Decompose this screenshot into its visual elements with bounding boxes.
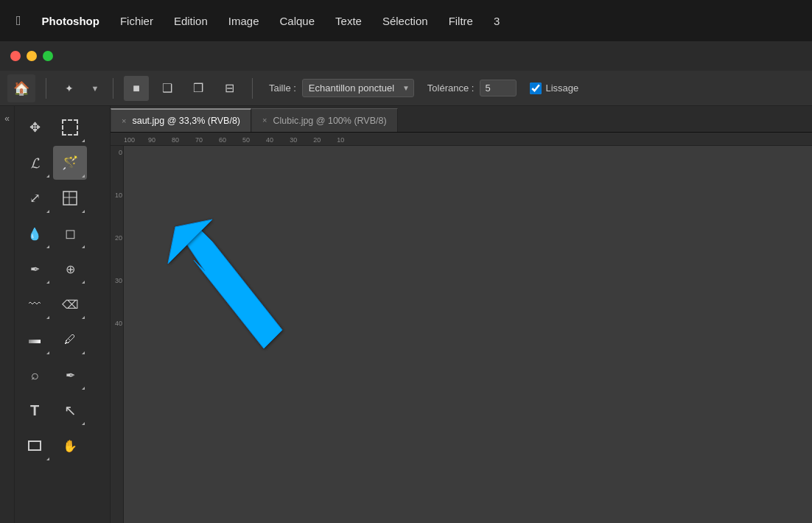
pen-tool-button[interactable]: 🖊 — [53, 323, 87, 357]
marquee-tool-button[interactable] — [53, 110, 87, 144]
pen2-icon: ✒ — [66, 368, 75, 382]
magic-wand-tool-button[interactable]: ✦ — [57, 76, 82, 101]
maximize-window-button[interactable] — [43, 51, 53, 61]
ruler-h-tick-30: 30 — [290, 136, 297, 144]
tab-saut[interactable]: × saut.jpg @ 33,3% (RVB/8) — [111, 108, 251, 132]
lasso-tool-button[interactable]: 𝓛 — [18, 146, 52, 180]
tab-clubic[interactable]: × Clubic.jpg @ 100% (RVB/8) — [251, 108, 398, 132]
lissage-checkbox[interactable] — [530, 83, 542, 94]
toolbox-inner: ✥ 𝓛 🪄 — [15, 106, 110, 467]
magic-wand-dropdown[interactable]: ▼ — [88, 76, 102, 101]
ruler-h-tick-70: 70 — [195, 136, 203, 144]
separator — [46, 78, 46, 99]
menu-image[interactable]: Image — [218, 10, 270, 32]
home-button[interactable]: 🏠 — [7, 74, 35, 102]
brush-tool-button[interactable]: ✒ — [18, 252, 52, 286]
tab-name-saut: saut.jpg @ 33,3% (RVB/8) — [132, 116, 240, 126]
separator-3 — [252, 78, 253, 99]
text-tool-button[interactable]: T — [18, 393, 52, 427]
rectangle-icon — [28, 440, 41, 451]
title-bar — [0, 41, 812, 71]
ruler-h-tick-40: 40 — [266, 136, 273, 144]
selection-add-button[interactable]: ❑ — [155, 76, 180, 101]
menu-selection[interactable]: Sélection — [372, 10, 438, 32]
ruler-v-tick-10: 10 — [115, 192, 122, 199]
slice-tool-button[interactable] — [53, 181, 87, 215]
path-select-tool-button[interactable]: ↖ — [53, 393, 87, 427]
ruler-h-tick-90: 90 — [148, 136, 155, 144]
collapse-panel-button[interactable]: « — [0, 106, 15, 523]
text-icon: T — [30, 402, 39, 419]
tab-close-saut[interactable]: × — [122, 117, 126, 125]
options-bar: 🏠 ✦ ▼ ■ ❑ ❒ ⊟ Taille : Echantillon ponct… — [0, 71, 812, 106]
zoom-tool-button[interactable]: ⌕ — [18, 358, 52, 392]
tab-name-clubic: Clubic.jpg @ 100% (RVB/8) — [273, 116, 386, 126]
selection-intersect-button[interactable]: ⊟ — [217, 76, 242, 101]
eraser-icon: ⌫ — [62, 298, 79, 312]
content-area: × saut.jpg @ 33,3% (RVB/8) × Clubic.jpg … — [111, 106, 812, 523]
apple-menu[interactable]:  — [6, 13, 32, 29]
lasso-icon: 𝓛 — [31, 155, 39, 172]
close-window-button[interactable] — [10, 51, 21, 61]
slice-icon — [62, 190, 78, 206]
tool-row-3: ⤢ — [18, 181, 107, 215]
eyedrop-icon: 💧 — [27, 227, 42, 241]
stamp-icon: ⊕ — [66, 262, 75, 276]
brush-icon: ✒ — [30, 262, 40, 276]
crop-tool-button[interactable]: ⤢ — [18, 181, 52, 215]
tab-close-clubic[interactable]: × — [262, 116, 267, 124]
crop-icon: ⤢ — [29, 190, 41, 206]
tool-row-9: T ↖ — [18, 393, 107, 427]
eyedrop-tool-button[interactable]: 💧 — [18, 217, 52, 250]
magic-wand-button[interactable]: 🪄 — [53, 146, 87, 180]
selection-new-icon: ■ — [133, 82, 140, 95]
menu-photoshop[interactable]: Photoshop — [32, 10, 110, 32]
corrector-tool-button[interactable]: ◻ — [53, 217, 87, 250]
tool-row-8: ⌕ ✒ — [18, 358, 107, 392]
svg-marker-3 — [175, 227, 282, 348]
magic-wand-icon: ✦ — [65, 83, 74, 94]
magic-wand-tool-icon: 🪄 — [62, 155, 78, 171]
ruler-h-tick-50: 50 — [242, 136, 250, 144]
menu-calque[interactable]: Calque — [270, 10, 326, 32]
rectangle-tool-button[interactable] — [18, 429, 52, 463]
tool-row-4: 💧 ◻ — [18, 217, 107, 250]
selection-subtract-button[interactable]: ❒ — [186, 76, 211, 101]
collapse-icon: « — [4, 113, 10, 124]
menu-filtre[interactable]: Filtre — [438, 10, 483, 32]
stamp-tool-button[interactable]: ⊕ — [53, 252, 87, 286]
ruler-h-tick-100: 100 — [124, 136, 135, 144]
ruler-h-tick-20: 20 — [313, 136, 321, 144]
ruler-h-inner: 100 90 80 70 60 50 40 30 20 10 — [124, 133, 360, 144]
menu-edition[interactable]: Edition — [164, 10, 218, 32]
canvas-ruler-row: 0 10 20 30 40 — [111, 146, 812, 523]
menu-more[interactable]: 3 — [483, 10, 510, 32]
taille-label: Taille : — [269, 83, 296, 94]
main-layout: « ✥ 𝓛 🪄 — [0, 106, 812, 523]
canvas-container[interactable] — [124, 146, 812, 523]
ruler-horizontal: 100 90 80 70 60 50 40 30 20 10 — [111, 133, 812, 146]
menu-texte[interactable]: Texte — [325, 10, 372, 32]
gradient-tool-button[interactable]: ▬ — [18, 323, 52, 357]
tool-row-7: ▬ 🖊 — [18, 323, 107, 357]
separator-2 — [113, 78, 113, 99]
minimize-window-button[interactable] — [27, 51, 37, 61]
tool-row-2: 𝓛 🪄 — [18, 146, 107, 180]
blue-arrow-annotation — [153, 205, 330, 382]
selection-add-icon: ❑ — [162, 81, 172, 95]
pen2-tool-button[interactable]: ✒ — [53, 358, 87, 392]
selection-new-button[interactable]: ■ — [124, 76, 149, 101]
ruler-v-tick-20: 20 — [115, 234, 122, 242]
eraser-tool-button[interactable]: ⌫ — [53, 287, 87, 321]
echantillon-select[interactable]: Echantillon ponctuel Echantillon 3x3 Ech… — [302, 79, 414, 97]
hand-tool-button[interactable]: ✋ — [53, 429, 87, 463]
gradient-icon: ▬ — [29, 333, 41, 346]
tolerance-input[interactable] — [480, 80, 517, 96]
corrector-icon: ◻ — [65, 225, 76, 242]
smudge-tool-button[interactable]: 〰 — [18, 287, 52, 321]
lissage-wrapper: Lissage — [530, 83, 578, 94]
move-tool-button[interactable]: ✥ — [18, 110, 52, 144]
menu-fichier[interactable]: Fichier — [110, 10, 164, 32]
selection-subtract-icon: ❒ — [193, 81, 203, 95]
zoom-icon: ⌕ — [31, 368, 39, 383]
